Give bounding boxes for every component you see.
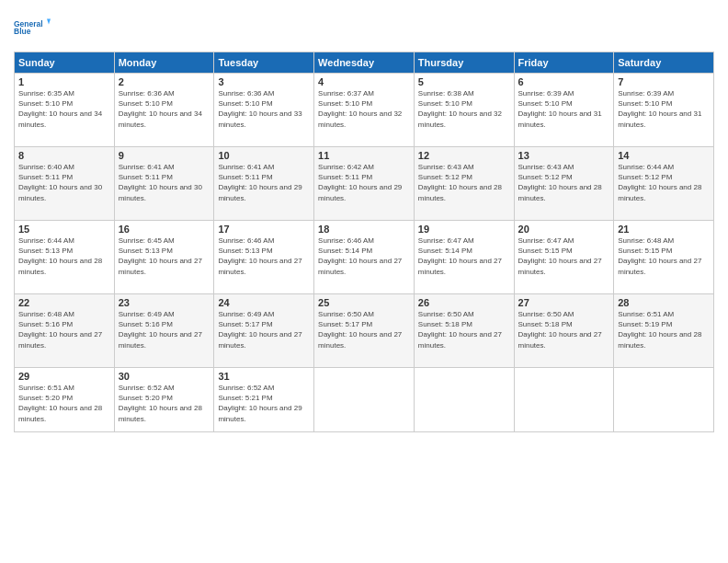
header: General Blue — [14, 9, 714, 44]
day-info: Sunrise: 6:49 AMSunset: 5:16 PMDaylight:… — [119, 309, 210, 350]
day-info: Sunrise: 6:51 AMSunset: 5:19 PMDaylight:… — [618, 309, 710, 350]
calendar-cell: 13 Sunrise: 6:43 AMSunset: 5:12 PMDaylig… — [514, 147, 614, 221]
day-number: 16 — [119, 224, 210, 235]
calendar-cell: 7 Sunrise: 6:39 AMSunset: 5:10 PMDayligh… — [614, 74, 714, 147]
day-info: Sunrise: 6:48 AMSunset: 5:15 PMDaylight:… — [618, 236, 710, 277]
day-number: 30 — [119, 371, 210, 382]
calendar-cell: 1 Sunrise: 6:35 AMSunset: 5:10 PMDayligh… — [15, 74, 115, 147]
calendar-cell: 25 Sunrise: 6:50 AMSunset: 5:17 PMDaylig… — [314, 294, 415, 368]
calendar-cell: 29 Sunrise: 6:51 AMSunset: 5:20 PMDaylig… — [15, 368, 115, 432]
day-info: Sunrise: 6:50 AMSunset: 5:17 PMDaylight:… — [318, 309, 410, 350]
calendar-week-5: 29 Sunrise: 6:51 AMSunset: 5:20 PMDaylig… — [15, 368, 714, 432]
day-number: 3 — [218, 76, 310, 87]
day-info: Sunrise: 6:43 AMSunset: 5:12 PMDaylight:… — [418, 162, 510, 203]
calendar-cell: 6 Sunrise: 6:39 AMSunset: 5:10 PMDayligh… — [514, 74, 614, 147]
day-number: 7 — [618, 76, 710, 87]
day-info: Sunrise: 6:52 AMSunset: 5:21 PMDaylight:… — [218, 383, 310, 424]
day-info: Sunrise: 6:35 AMSunset: 5:10 PMDaylight:… — [18, 88, 110, 130]
day-info: Sunrise: 6:38 AMSunset: 5:10 PMDaylight:… — [418, 88, 510, 130]
day-number: 29 — [18, 371, 110, 382]
calendar-cell: 21 Sunrise: 6:48 AMSunset: 5:15 PMDaylig… — [614, 221, 714, 294]
day-number: 26 — [418, 297, 510, 308]
calendar-cell: 10 Sunrise: 6:41 AMSunset: 5:11 PMDaylig… — [214, 147, 314, 221]
calendar-cell: 16 Sunrise: 6:45 AMSunset: 5:13 PMDaylig… — [114, 221, 214, 294]
day-info: Sunrise: 6:36 AMSunset: 5:10 PMDaylight:… — [119, 88, 210, 130]
day-info: Sunrise: 6:51 AMSunset: 5:20 PMDaylight:… — [18, 383, 110, 424]
calendar-week-1: 1 Sunrise: 6:35 AMSunset: 5:10 PMDayligh… — [15, 74, 714, 147]
day-info: Sunrise: 6:44 AMSunset: 5:12 PMDaylight:… — [618, 162, 710, 203]
day-number: 15 — [18, 224, 110, 235]
calendar-cell — [514, 368, 614, 432]
day-info: Sunrise: 6:47 AMSunset: 5:14 PMDaylight:… — [418, 236, 510, 277]
generalblue-logo: General Blue — [14, 9, 51, 44]
calendar-cell: 24 Sunrise: 6:49 AMSunset: 5:17 PMDaylig… — [214, 294, 314, 368]
day-number: 8 — [18, 150, 110, 161]
day-number: 11 — [318, 150, 410, 161]
day-number: 21 — [618, 224, 710, 235]
calendar-week-2: 8 Sunrise: 6:40 AMSunset: 5:11 PMDayligh… — [15, 147, 714, 221]
day-info: Sunrise: 6:41 AMSunset: 5:11 PMDaylight:… — [218, 162, 310, 203]
svg-marker-2 — [47, 19, 51, 25]
day-number: 28 — [618, 297, 710, 308]
day-info: Sunrise: 6:40 AMSunset: 5:11 PMDaylight:… — [18, 162, 110, 203]
day-number: 10 — [218, 150, 310, 161]
calendar-cell: 30 Sunrise: 6:52 AMSunset: 5:20 PMDaylig… — [114, 368, 214, 432]
col-header-thursday: Thursday — [414, 52, 514, 74]
page: General Blue SundayMondayTuesdayWednesda… — [0, 0, 728, 563]
calendar-cell: 14 Sunrise: 6:44 AMSunset: 5:12 PMDaylig… — [614, 147, 714, 221]
day-number: 9 — [119, 150, 210, 161]
day-info: Sunrise: 6:37 AMSunset: 5:10 PMDaylight:… — [318, 88, 410, 130]
calendar-cell — [614, 368, 714, 432]
calendar-cell: 19 Sunrise: 6:47 AMSunset: 5:14 PMDaylig… — [414, 221, 514, 294]
day-info: Sunrise: 6:41 AMSunset: 5:11 PMDaylight:… — [119, 162, 210, 203]
day-number: 5 — [418, 76, 510, 87]
calendar-cell — [314, 368, 415, 432]
day-number: 17 — [218, 224, 310, 235]
day-number: 1 — [18, 76, 110, 87]
calendar-cell: 31 Sunrise: 6:52 AMSunset: 5:21 PMDaylig… — [214, 368, 314, 432]
calendar-week-4: 22 Sunrise: 6:48 AMSunset: 5:16 PMDaylig… — [15, 294, 714, 368]
day-number: 14 — [618, 150, 710, 161]
calendar-cell: 17 Sunrise: 6:46 AMSunset: 5:13 PMDaylig… — [214, 221, 314, 294]
calendar-cell: 11 Sunrise: 6:42 AMSunset: 5:11 PMDaylig… — [314, 147, 415, 221]
day-number: 31 — [218, 371, 310, 382]
calendar-cell: 15 Sunrise: 6:44 AMSunset: 5:13 PMDaylig… — [15, 221, 115, 294]
day-info: Sunrise: 6:52 AMSunset: 5:20 PMDaylight:… — [119, 383, 210, 424]
day-number: 2 — [119, 76, 210, 87]
calendar-cell: 8 Sunrise: 6:40 AMSunset: 5:11 PMDayligh… — [15, 147, 115, 221]
day-info: Sunrise: 6:39 AMSunset: 5:10 PMDaylight:… — [518, 88, 610, 130]
day-info: Sunrise: 6:45 AMSunset: 5:13 PMDaylight:… — [119, 236, 210, 277]
col-header-friday: Friday — [514, 52, 614, 74]
calendar-cell: 4 Sunrise: 6:37 AMSunset: 5:10 PMDayligh… — [314, 74, 415, 147]
col-header-tuesday: Tuesday — [214, 52, 314, 74]
logo: General Blue — [14, 9, 51, 44]
calendar-cell: 18 Sunrise: 6:46 AMSunset: 5:14 PMDaylig… — [314, 221, 415, 294]
calendar-cell: 27 Sunrise: 6:50 AMSunset: 5:18 PMDaylig… — [514, 294, 614, 368]
day-number: 18 — [318, 224, 410, 235]
day-number: 24 — [218, 297, 310, 308]
day-number: 6 — [518, 76, 610, 87]
day-number: 20 — [518, 224, 610, 235]
day-number: 4 — [318, 76, 410, 87]
col-header-sunday: Sunday — [15, 52, 115, 74]
calendar-cell: 5 Sunrise: 6:38 AMSunset: 5:10 PMDayligh… — [414, 74, 514, 147]
day-info: Sunrise: 6:44 AMSunset: 5:13 PMDaylight:… — [18, 236, 110, 277]
calendar-table: SundayMondayTuesdayWednesdayThursdayFrid… — [14, 52, 714, 432]
calendar-cell: 12 Sunrise: 6:43 AMSunset: 5:12 PMDaylig… — [414, 147, 514, 221]
calendar-cell: 3 Sunrise: 6:36 AMSunset: 5:10 PMDayligh… — [214, 74, 314, 147]
day-info: Sunrise: 6:50 AMSunset: 5:18 PMDaylight:… — [418, 309, 510, 350]
day-number: 19 — [418, 224, 510, 235]
day-info: Sunrise: 6:43 AMSunset: 5:12 PMDaylight:… — [518, 162, 610, 203]
calendar-header-row: SundayMondayTuesdayWednesdayThursdayFrid… — [15, 52, 714, 74]
day-info: Sunrise: 6:39 AMSunset: 5:10 PMDaylight:… — [618, 88, 710, 130]
calendar-cell: 2 Sunrise: 6:36 AMSunset: 5:10 PMDayligh… — [114, 74, 214, 147]
day-number: 12 — [418, 150, 510, 161]
col-header-saturday: Saturday — [614, 52, 714, 74]
calendar-cell: 9 Sunrise: 6:41 AMSunset: 5:11 PMDayligh… — [114, 147, 214, 221]
day-number: 27 — [518, 297, 610, 308]
calendar-cell: 26 Sunrise: 6:50 AMSunset: 5:18 PMDaylig… — [414, 294, 514, 368]
day-number: 23 — [119, 297, 210, 308]
day-number: 25 — [318, 297, 410, 308]
day-number: 13 — [518, 150, 610, 161]
calendar-cell: 28 Sunrise: 6:51 AMSunset: 5:19 PMDaylig… — [614, 294, 714, 368]
